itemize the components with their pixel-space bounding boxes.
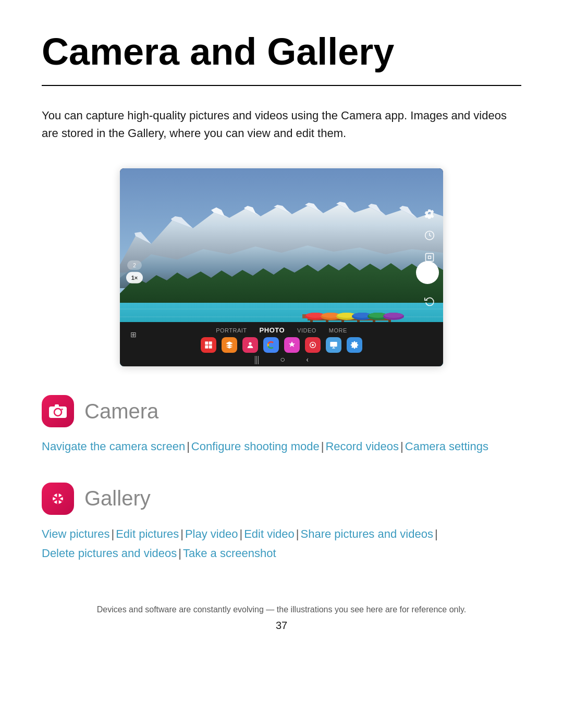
title-divider: [42, 85, 521, 86]
camera-links: Navigate the camera screen|Configure sho…: [42, 437, 521, 456]
link-delete-pictures[interactable]: Delete pictures and videos: [42, 547, 177, 560]
footer-note: Devices and software are constantly evol…: [42, 605, 521, 614]
app-shortcut-bixby[interactable]: [284, 337, 300, 353]
separator-3: |: [400, 440, 403, 453]
app-shortcut-6[interactable]: [326, 337, 341, 353]
gallery-app-icon: [42, 483, 74, 515]
svg-rect-40: [426, 254, 434, 262]
separator-4: |: [111, 527, 114, 540]
nav-home-icon[interactable]: ○: [280, 355, 285, 364]
camera-section-header: Camera: [42, 395, 521, 427]
separator-8: |: [435, 527, 438, 540]
camera-app-screenshot: 2 1×: [120, 168, 443, 366]
camera-ui-overlay: 2 1×: [120, 168, 443, 366]
camera-screenshot-container: 2 1×: [42, 168, 521, 366]
link-share-pictures[interactable]: Share pictures and videos: [301, 527, 433, 540]
intro-paragraph: You can capture high-quality pictures an…: [42, 107, 521, 142]
nav-recents-icon[interactable]: |||: [254, 355, 260, 364]
link-camera-settings[interactable]: Camera settings: [405, 440, 488, 453]
svg-point-47: [312, 344, 314, 346]
camera-zoom-control[interactable]: 2 1×: [126, 261, 143, 283]
svg-point-46: [249, 342, 251, 345]
svg-point-61: [56, 497, 59, 500]
separator-5: |: [180, 527, 183, 540]
svg-rect-44: [205, 346, 208, 349]
svg-rect-42: [205, 342, 208, 345]
gallery-section-header: Gallery: [42, 483, 521, 515]
more-mode[interactable]: MORE: [329, 327, 347, 334]
app-shortcut-settings[interactable]: [347, 337, 362, 353]
camera-modes-row: PORTRAIT PHOTO VIDEO MORE: [120, 322, 443, 336]
link-play-video[interactable]: Play video: [185, 527, 238, 540]
camera-icon-svg: [48, 403, 67, 419]
camera-app-icon: [42, 395, 74, 427]
page-title: Camera and Gallery: [42, 31, 521, 72]
separator-9: |: [178, 547, 181, 560]
video-mode[interactable]: VIDEO: [297, 327, 316, 334]
settings-icon[interactable]: [423, 207, 436, 220]
camera-section-title: Camera: [84, 400, 158, 423]
separator-1: |: [187, 440, 190, 453]
camera-shutter-button[interactable]: [416, 261, 439, 284]
app-shortcut-1[interactable]: [201, 337, 216, 353]
link-configure-shooting[interactable]: Configure shooting mode: [191, 440, 320, 453]
link-edit-pictures[interactable]: Edit pictures: [116, 527, 179, 540]
zoom-1x[interactable]: 1×: [126, 272, 143, 283]
app-shortcut-3[interactable]: [242, 337, 258, 353]
svg-rect-55: [55, 404, 59, 408]
svg-rect-45: [209, 346, 212, 349]
svg-rect-43: [209, 342, 212, 345]
svg-rect-56: [61, 409, 63, 410]
separator-7: |: [296, 527, 299, 540]
page-number: 37: [42, 620, 521, 632]
app-shortcut-google[interactable]: [263, 337, 279, 353]
gallery-links: View pictures|Edit pictures|Play video|E…: [42, 524, 521, 563]
photo-mode-active[interactable]: PHOTO: [260, 326, 285, 334]
app-shortcut-2[interactable]: [222, 337, 237, 353]
gallery-icon-svg: [49, 490, 67, 508]
link-record-videos[interactable]: Record videos: [325, 440, 399, 453]
separator-2: |: [321, 440, 324, 453]
zoom-2x[interactable]: 2: [127, 261, 142, 270]
android-nav-bar: ||| ○ ‹: [120, 354, 443, 364]
grid-icon[interactable]: ⊞: [130, 330, 137, 339]
link-edit-video[interactable]: Edit video: [244, 527, 295, 540]
timer-icon[interactable]: [423, 229, 436, 242]
link-view-pictures[interactable]: View pictures: [42, 527, 109, 540]
link-navigate-camera[interactable]: Navigate the camera screen: [42, 440, 185, 453]
gallery-section-title: Gallery: [84, 487, 151, 510]
app-shortcut-5[interactable]: [305, 337, 321, 353]
nav-back-icon[interactable]: ‹: [306, 355, 309, 364]
portrait-mode[interactable]: PORTRAIT: [216, 327, 247, 334]
svg-point-54: [56, 410, 60, 414]
camera-right-controls: [423, 207, 436, 307]
link-take-screenshot[interactable]: Take a screenshot: [183, 547, 276, 560]
svg-rect-48: [330, 342, 337, 347]
separator-6: |: [239, 527, 242, 540]
camera-app-shortcuts: [120, 336, 443, 354]
camera-bottom-bar: ⊞ PORTRAIT PHOTO VIDEO MORE: [120, 322, 443, 366]
rotate-icon[interactable]: [423, 295, 436, 307]
